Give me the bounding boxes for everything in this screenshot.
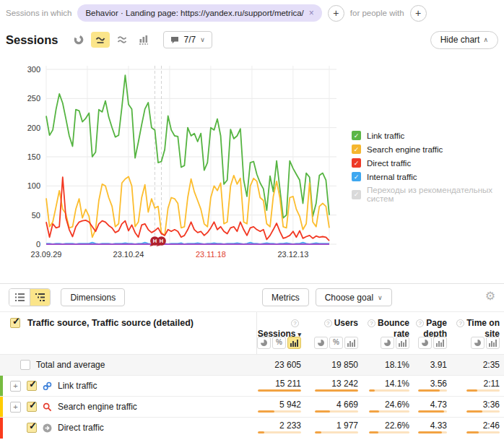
bars-toggle-button[interactable]	[344, 337, 358, 349]
legend-label: Переходы из рекомендательных систем	[367, 186, 504, 203]
pie-toggle-button[interactable]	[314, 337, 328, 349]
metric-value: 5 942	[279, 400, 301, 410]
legend-label: Link traffic	[367, 131, 404, 140]
choose-goal-dropdown[interactable]: Choose goal∨	[316, 288, 392, 306]
metric-value: 2:11	[484, 379, 500, 389]
legend-item[interactable]: ✓Internal traffic	[352, 172, 504, 181]
pie-toggle-button[interactable]	[418, 337, 432, 349]
metric-column-header[interactable]: ?Users%	[305, 312, 362, 354]
bars-toggle-icon	[489, 340, 497, 347]
metric-value: 22.6%	[385, 420, 409, 431]
metric-label: Page depth	[423, 318, 447, 339]
legend-checkbox[interactable]: ✓	[352, 158, 361, 168]
row-color-stripe	[0, 418, 3, 439]
bars-toggle-icon	[399, 340, 407, 347]
svg-text:23.10.24: 23.10.24	[113, 250, 144, 259]
metric-label: Users	[334, 318, 358, 328]
line-chart-type-button[interactable]	[91, 32, 110, 48]
metric-column-header[interactable]: ?Page depth	[414, 312, 451, 354]
metric-value: 19 850	[331, 360, 358, 370]
pie-toggle-button[interactable]	[471, 337, 485, 349]
metric-value-cell: 4 669	[305, 397, 362, 417]
table-header: Traffic source, Traffic source (detailed…	[0, 311, 504, 354]
dimensions-button[interactable]: Dimensions	[61, 288, 125, 306]
legend-checkbox[interactable]: ✓	[352, 172, 361, 181]
metric-column-header[interactable]: ?Sessions▾%	[256, 312, 305, 354]
tree-view-button[interactable]	[30, 289, 50, 306]
bars-toggle-button[interactable]	[287, 337, 301, 349]
percent-toggle-button[interactable]: %	[272, 337, 286, 349]
legend-checkbox[interactable]: ✓	[352, 131, 361, 140]
metric-value: 2:35	[483, 360, 500, 370]
segment-chip[interactable]: Behavior · Landing page: https://yandex.…	[77, 4, 321, 22]
table-settings-gear-icon[interactable]: ⚙	[485, 290, 495, 302]
metric-value-cell: 2 233	[256, 418, 305, 438]
link-icon	[43, 381, 52, 391]
row-checkbox[interactable]	[20, 360, 30, 370]
donut-icon	[74, 35, 84, 45]
help-icon[interactable]: ?	[324, 319, 332, 327]
legend-checkbox[interactable]: ✓	[352, 144, 361, 154]
comments-dropdown[interactable]: 7/7 ∨	[163, 31, 212, 48]
hide-chart-button[interactable]: Hide chart ∧	[430, 31, 498, 49]
list-icon	[15, 293, 25, 301]
row-checkbox[interactable]	[27, 402, 37, 412]
bars-toggle-icon	[436, 340, 444, 347]
bars-toggle-button[interactable]	[486, 337, 500, 349]
metric-value: 4.73	[430, 400, 447, 410]
dimension-checkbox[interactable]	[10, 318, 20, 328]
value-bar	[315, 389, 358, 392]
comments-count: 7/7	[183, 35, 196, 45]
pie-toggle-button[interactable]	[257, 337, 271, 349]
expand-row-button[interactable]: +	[10, 381, 21, 392]
help-icon[interactable]: ?	[456, 319, 464, 327]
chevron-down-icon: ∨	[378, 294, 383, 301]
row-checkbox[interactable]	[27, 381, 37, 391]
bars-toggle-button[interactable]	[433, 337, 447, 349]
metric-value-cell: 24.6%	[362, 397, 414, 417]
legend-item[interactable]: ✓Search engine traffic	[352, 144, 504, 154]
remove-segment-icon[interactable]: ×	[309, 8, 314, 18]
legend-item[interactable]: ✓Direct traffic	[352, 158, 504, 168]
metric-value: 23 605	[274, 360, 301, 370]
value-bar	[315, 431, 358, 433]
help-icon[interactable]: ?	[416, 319, 424, 327]
column-chart-type-button[interactable]	[134, 32, 153, 48]
metric-display-toggles	[471, 337, 500, 349]
percent-toggle-button[interactable]: %	[329, 337, 343, 349]
metric-column-header[interactable]: ?Bounce rate	[362, 312, 414, 354]
sessions-chart: 05010015020025030023.09.2923.10.2423.11.…	[12, 61, 345, 266]
svg-text:200: 200	[27, 124, 40, 132]
bars-toggle-button[interactable]	[396, 337, 409, 349]
metrics-button[interactable]: Metrics	[262, 288, 309, 306]
pie-toggle-icon	[318, 340, 324, 346]
list-view-button[interactable]	[9, 289, 30, 306]
metric-value: 3:36	[483, 400, 500, 410]
metric-column-header[interactable]: ?Time on site	[451, 312, 504, 354]
metric-value-cell: 4.33	[414, 418, 451, 438]
legend-item: ✓Переходы из рекомендательных систем	[352, 186, 504, 203]
row-checkbox[interactable]	[27, 423, 37, 433]
help-icon[interactable]: ?	[291, 319, 299, 327]
add-people-condition-button[interactable]: +	[410, 5, 427, 22]
legend-item[interactable]: ✓Link traffic	[352, 131, 504, 140]
pie-toggle-icon	[261, 340, 267, 346]
expand-row-button[interactable]: +	[10, 402, 21, 413]
metric-value: 18.1%	[385, 360, 409, 370]
value-bar	[418, 389, 447, 392]
value-bar	[369, 410, 409, 413]
search-icon	[43, 402, 52, 412]
pie-chart-type-button[interactable]	[69, 32, 88, 48]
chart-header: Sessions 7/7 ∨ Hide chart ∧	[6, 30, 498, 49]
table-toolbar: Dimensions Metrics Choose goal∨ ⚙	[0, 284, 504, 311]
add-session-condition-button[interactable]: +	[328, 5, 344, 22]
metric-value-cell: 14.1%	[362, 376, 414, 396]
chart-legend: ✓Link traffic✓Search engine traffic✓Dire…	[352, 131, 504, 207]
row-label: Direct traffic	[58, 423, 104, 433]
help-icon[interactable]: ?	[368, 319, 375, 327]
area-chart-type-button[interactable]	[113, 32, 131, 48]
legend-label: Internal traffic	[367, 173, 417, 181]
metric-value-cell: 3.91	[414, 355, 451, 375]
pie-toggle-button[interactable]	[381, 337, 394, 349]
dimension-header-label: Traffic source, Traffic source (detailed…	[27, 318, 194, 328]
